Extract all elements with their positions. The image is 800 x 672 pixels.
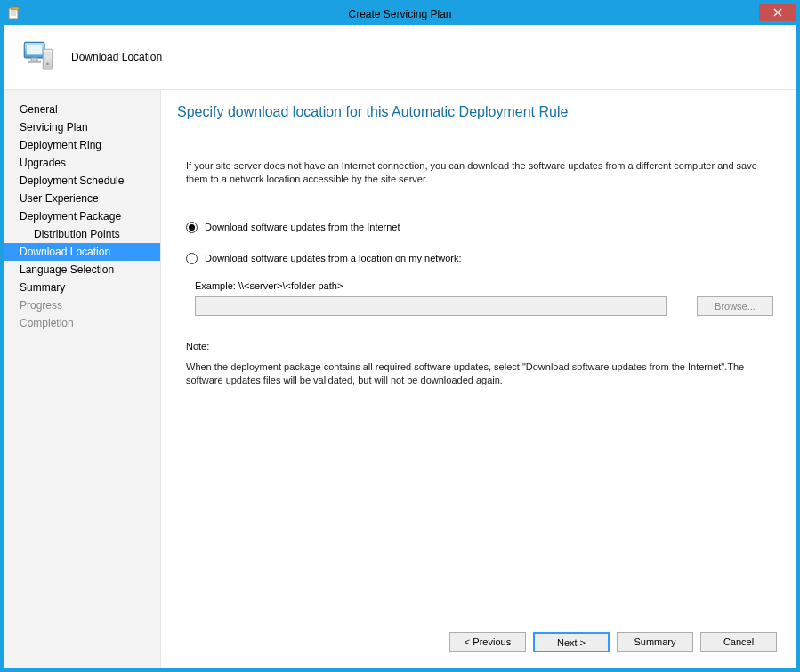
summary-button[interactable]: Summary (617, 632, 693, 652)
example-label: Example: \\<server>\<folder path> (177, 280, 777, 291)
svg-rect-9 (31, 58, 37, 61)
sidebar-item-download-location[interactable]: Download Location (4, 243, 160, 261)
sidebar-item-upgrades[interactable]: Upgrades (4, 154, 160, 172)
svg-rect-10 (28, 61, 41, 62)
header-title: Download Location (71, 51, 162, 63)
sidebar-item-user-experience[interactable]: User Experience (4, 190, 160, 207)
header-area: Download Location (4, 25, 796, 89)
sidebar-item-label: User Experience (20, 192, 99, 205)
close-icon (773, 8, 782, 17)
sidebar-item-general[interactable]: General (4, 101, 160, 118)
svg-rect-13 (44, 54, 51, 56)
cancel-button[interactable]: Cancel (700, 632, 777, 652)
note-text: When the deployment package contains all… (177, 360, 777, 387)
main-heading: Specify download location for this Autom… (177, 104, 777, 120)
sidebar-item-label: Upgrades (20, 157, 66, 169)
sidebar-item-distribution-points[interactable]: Distribution Points (4, 225, 160, 243)
radio-label: Download software updates from a locatio… (205, 253, 462, 263)
sidebar-item-progress: Progress (4, 296, 160, 314)
sidebar-item-label: Completion (20, 317, 74, 329)
sidebar-item-label: Deployment Schedule (20, 174, 124, 187)
window-title: Create Servicing Plan (348, 8, 451, 20)
app-icon (7, 6, 21, 20)
svg-rect-12 (44, 52, 51, 53)
sidebar-item-label: General (20, 103, 58, 116)
sidebar-item-servicing-plan[interactable]: Servicing Plan (4, 118, 160, 136)
sidebar-item-deployment-package[interactable]: Deployment Package (4, 207, 160, 225)
radio-icon (186, 253, 198, 264)
network-path-input (195, 296, 667, 316)
sidebar-item-label: Distribution Points (34, 228, 120, 240)
sidebar-item-language-selection[interactable]: Language Selection (4, 261, 160, 279)
radio-icon (186, 222, 198, 233)
close-button[interactable] (759, 4, 796, 21)
sidebar-item-deployment-schedule[interactable]: Deployment Schedule (4, 172, 160, 190)
sidebar-item-summary[interactable]: Summary (4, 279, 160, 296)
browse-button: Browse... (697, 296, 773, 316)
sidebar: General Servicing Plan Deployment Ring U… (4, 90, 160, 668)
sidebar-item-deployment-ring[interactable]: Deployment Ring (4, 136, 160, 154)
window-content: Download Location General Servicing Plan… (4, 25, 796, 668)
body-area: General Servicing Plan Deployment Ring U… (4, 89, 796, 668)
radio-label: Download software updates from the Inter… (205, 222, 400, 232)
note-label: Note: (177, 341, 777, 352)
sidebar-item-label: Progress (20, 299, 62, 312)
sidebar-item-label: Deployment Ring (20, 139, 101, 151)
titlebar: Create Servicing Plan (4, 4, 796, 25)
main-panel: Specify download location for this Autom… (160, 90, 796, 668)
radio-download-internet[interactable]: Download software updates from the Inter… (177, 222, 777, 233)
sidebar-item-label: Deployment Package (20, 210, 121, 223)
intro-text: If your site server does not have an Int… (177, 159, 777, 186)
computer-icon (20, 38, 57, 76)
sidebar-item-completion: Completion (4, 314, 160, 332)
next-button[interactable]: Next > (533, 632, 610, 652)
svg-point-14 (46, 63, 48, 65)
button-row: < Previous Next > Summary Cancel (177, 623, 777, 652)
network-path-row: Browse... (177, 296, 777, 316)
svg-rect-1 (11, 7, 19, 10)
window-frame: Create Servicing Plan (0, 0, 800, 672)
sidebar-item-label: Servicing Plan (20, 121, 88, 134)
svg-rect-8 (27, 45, 43, 54)
previous-button[interactable]: < Previous (449, 632, 526, 652)
sidebar-item-label: Download Location (20, 246, 110, 258)
sidebar-item-label: Summary (20, 281, 65, 294)
radio-download-network[interactable]: Download software updates from a locatio… (177, 253, 777, 264)
spacer (177, 386, 777, 623)
sidebar-item-label: Language Selection (20, 263, 114, 276)
